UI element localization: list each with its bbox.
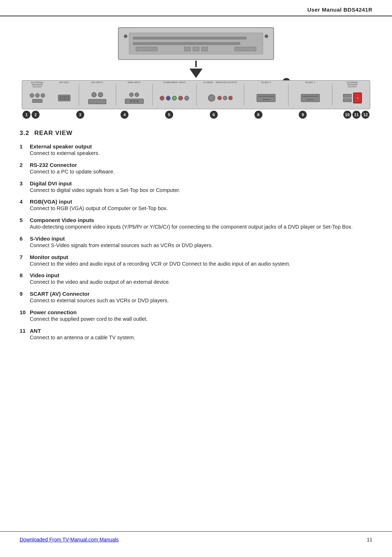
- circle-num-5: 5: [165, 111, 173, 119]
- number-row: 1 2 3 4 5 6 8 9 10 11 12: [22, 111, 370, 119]
- list-item: 4 RGB(VGA) input Connect to RGB (VGA) ou…: [20, 198, 372, 213]
- item-num-8: 8: [20, 272, 28, 278]
- item-title-2: RS-232 Connector: [30, 162, 77, 168]
- num-group-10: 10 11 12: [343, 111, 369, 119]
- comp-port-pr: [172, 96, 177, 101]
- item-title-8: Video input: [30, 272, 59, 278]
- item-header-10: 10 Power connection: [20, 309, 372, 315]
- tv-back-row: [133, 42, 240, 45]
- arrow-line: [195, 61, 197, 67]
- connector-section-5: COMPONENT INPUT: [158, 81, 191, 109]
- connector-bar-wrap: EXTERNALSPEAKEROUTPUT RS-232C: [22, 80, 370, 119]
- tv-back-connector-block: [234, 47, 256, 51]
- footer-link[interactable]: Downloaded From TV-Manual.com Manuals: [20, 537, 119, 542]
- speaker-port-3: [41, 93, 45, 98]
- item-title-1: External speaker output: [30, 143, 92, 150]
- tv-back-port: [193, 47, 199, 51]
- dvi-port-2: [98, 92, 103, 97]
- item-desc-8: Connect to the video and audio output of…: [30, 278, 372, 286]
- dvi-port-1: [91, 92, 97, 97]
- comp-port-y: [160, 96, 164, 101]
- item-num-4: 4: [20, 198, 28, 205]
- connector-bar: EXTERNALSPEAKEROUTPUT RS-232C: [22, 80, 370, 109]
- connector-section-scart2: SCART 2: [250, 81, 282, 109]
- item-title-9: SCART (AV) Connector: [30, 291, 90, 297]
- tv-back-port: [201, 47, 208, 51]
- connector-label-scart2: SCART 2: [261, 81, 271, 83]
- item-desc-7: Connect to the video and audio input of …: [30, 260, 372, 268]
- list-item: 1 External speaker output Connect to ext…: [20, 143, 372, 157]
- connector-section-6: S-VIDEO MONITOR OUTPUT: [202, 81, 238, 109]
- connector-label-10: EXTERNALSPEAKEROUTPUT: [347, 81, 358, 88]
- item-title-7: Monitor output: [30, 254, 68, 260]
- connector-section-10: EXTERNALSPEAKEROUTPUT: [338, 81, 367, 109]
- speaker-connector: [32, 99, 42, 103]
- connector-label-3: DVI INPUT: [91, 81, 103, 83]
- item-desc-1: Connect to external speakers.: [30, 150, 372, 157]
- list-item: 11 ANT Connect to an antenna or a cable …: [20, 328, 372, 342]
- item-num-9: 9: [20, 291, 28, 297]
- circle-num-9: 9: [299, 111, 307, 119]
- connector-label-6: S-VIDEO MONITOR OUTPUT: [203, 81, 237, 83]
- list-item: 10 Power connection Connect the supplied…: [20, 309, 372, 323]
- svideo-port: [208, 94, 215, 102]
- circle-num-11: 11: [352, 111, 360, 119]
- comp-port-w: [184, 96, 189, 101]
- item-desc-11: Connect to an antenna or a cable TV syst…: [30, 334, 372, 342]
- monitor-port-1: [217, 96, 222, 100]
- circle-num-10: 10: [343, 111, 351, 119]
- item-num-6: 6: [20, 236, 28, 242]
- circle-num-2: 2: [32, 111, 40, 119]
- item-desc-5: Auto-detecting component video inputs (Y…: [30, 223, 372, 231]
- circle-num-4: 4: [121, 111, 128, 119]
- item-title-10: Power connection: [30, 309, 77, 315]
- item-header-9: 9 SCART (AV) Connector: [20, 291, 372, 297]
- item-desc-4: Connect to RGB (VGA) output of Computer …: [30, 205, 372, 213]
- circle-num-8: 8: [254, 111, 262, 119]
- connector-section-4: RGB INPUT: [122, 81, 147, 109]
- speaker-port-2: [35, 93, 40, 98]
- item-title-6: S-Video input: [30, 236, 65, 242]
- item-title-3: Digital DVI input: [30, 180, 72, 187]
- section-number: 3.2: [20, 130, 29, 136]
- comp-port-pb: [166, 96, 171, 101]
- item-header-11: 11 ANT: [20, 328, 372, 334]
- item-desc-3: Connect to digital video signals from a …: [30, 187, 372, 194]
- section-heading: 3.2 REAR VIEW: [20, 130, 372, 137]
- item-desc-10: Connect the supplied power cord to the w…: [30, 315, 372, 323]
- power-button[interactable]: [353, 93, 362, 103]
- list-item: 6 S-Video input Connect S-Video signals …: [20, 236, 372, 250]
- scart2-connector: [257, 94, 275, 102]
- rgb-port: [135, 93, 139, 97]
- item-header-6: 6 S-Video input: [20, 236, 372, 242]
- connector-label-1: EXTERNALSPEAKEROUTPUT: [31, 81, 44, 88]
- connector-section-3: DVI INPUT: [85, 81, 110, 109]
- comp-port-r: [178, 96, 183, 101]
- connector-label-2: RS-232C: [60, 81, 69, 83]
- connector-label-5: COMPONENT INPUT: [163, 81, 186, 83]
- connector-label-4: RGB INPUT: [128, 81, 140, 83]
- list-item: 3 Digital DVI input Connect to digital v…: [20, 180, 372, 194]
- tv-back-row: [133, 37, 246, 40]
- connector-section-1: EXTERNALSPEAKEROUTPUT: [25, 81, 50, 109]
- item-num-2: 2: [20, 162, 28, 168]
- item-header-4: 4 RGB(VGA) input: [20, 198, 372, 205]
- item-title-4: RGB(VGA) input: [30, 198, 72, 205]
- connector-label-scart1: SCART 1: [305, 81, 315, 83]
- tv-back-port: [184, 47, 191, 51]
- item-header-3: 3 Digital DVI input: [20, 180, 372, 187]
- speaker-port-1: [30, 93, 34, 98]
- main-content: 3.2 REAR VIEW 1 External speaker output …: [0, 122, 392, 353]
- dvi-connector: [88, 99, 106, 104]
- circle-num-1: 1: [23, 111, 30, 119]
- arrow-head: [189, 69, 203, 78]
- item-desc-9: Connect to external sources such as VCRs…: [30, 297, 372, 305]
- item-desc-6: Connect S-Video signals from external so…: [30, 242, 372, 250]
- list-item: 5 Component Video inputs Auto-detecting …: [20, 217, 372, 231]
- rgb-connector: [125, 99, 144, 104]
- header: User Manual BDS4241R: [0, 0, 392, 16]
- item-list: 1 External speaker output Connect to ext…: [20, 143, 372, 341]
- tv-speaker-dot-right: [265, 34, 268, 38]
- item-num-5: 5: [20, 217, 28, 223]
- item-num-11: 11: [20, 328, 28, 334]
